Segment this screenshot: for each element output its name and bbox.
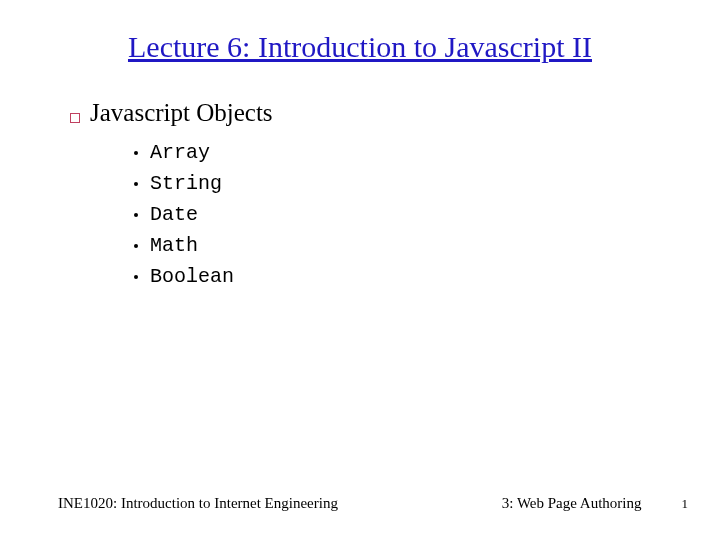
footer-right-group: 3: Web Page Authoring 1	[502, 495, 688, 512]
list-item: Math	[134, 234, 720, 257]
dot-bullet-icon	[134, 275, 138, 279]
footer: INE1020: Introduction to Internet Engine…	[0, 495, 720, 512]
sub-item-text: Array	[150, 141, 210, 164]
sub-item-text: String	[150, 172, 222, 195]
dot-bullet-icon	[134, 151, 138, 155]
footer-right-text: 3: Web Page Authoring	[502, 495, 642, 512]
main-bullet-item: Javascript Objects	[70, 99, 720, 127]
dot-bullet-icon	[134, 244, 138, 248]
square-bullet-icon	[70, 113, 80, 123]
sub-item-text: Boolean	[150, 265, 234, 288]
page-number: 1	[682, 496, 689, 512]
main-heading-text: Javascript Objects	[90, 99, 273, 127]
list-item: Array	[134, 141, 720, 164]
list-item: String	[134, 172, 720, 195]
slide-title: Lecture 6: Introduction to Javascript II	[0, 0, 720, 84]
sub-list: Array String Date Math Boolean	[70, 135, 720, 288]
footer-left-text: INE1020: Introduction to Internet Engine…	[58, 495, 338, 512]
list-item: Boolean	[134, 265, 720, 288]
content-area: Javascript Objects Array String Date Mat…	[0, 84, 720, 288]
sub-item-text: Date	[150, 203, 198, 226]
dot-bullet-icon	[134, 182, 138, 186]
sub-item-text: Math	[150, 234, 198, 257]
list-item: Date	[134, 203, 720, 226]
dot-bullet-icon	[134, 213, 138, 217]
